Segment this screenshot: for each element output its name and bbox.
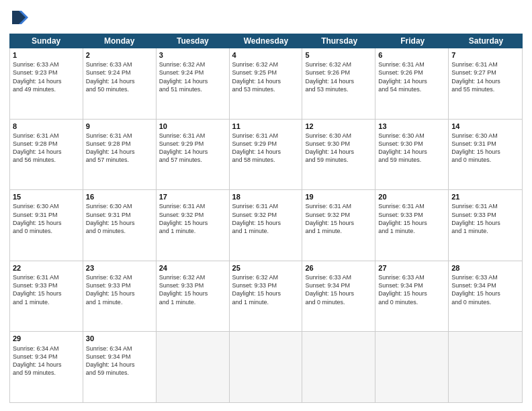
day-info: Sunrise: 6:30 AM Sunset: 9:30 PM Dayligh… [378,132,445,165]
calendar-cell: 21Sunrise: 6:31 AM Sunset: 9:33 PM Dayli… [449,190,522,261]
day-info: Sunrise: 6:33 AM Sunset: 9:34 PM Dayligh… [305,273,372,306]
day-number: 15 [13,192,80,201]
day-number: 26 [305,263,372,273]
calendar-cell [375,332,449,402]
calendar-cell: 6Sunrise: 6:31 AM Sunset: 9:26 PM Daylig… [375,48,449,119]
calendar-cell: 29Sunrise: 6:34 AM Sunset: 9:34 PM Dayli… [10,332,83,402]
day-info: Sunrise: 6:31 AM Sunset: 9:28 PM Dayligh… [13,132,80,165]
day-number: 1 [13,50,80,60]
calendar-cell: 1Sunrise: 6:33 AM Sunset: 9:23 PM Daylig… [10,48,83,119]
calendar-cell: 12Sunrise: 6:30 AM Sunset: 9:30 PM Dayli… [302,120,375,190]
calendar-header: SundayMondayTuesdayWednesdayThursdayFrid… [9,34,523,48]
day-number: 22 [13,263,80,273]
day-number: 13 [378,122,445,131]
calendar-cell: 3Sunrise: 6:32 AM Sunset: 9:24 PM Daylig… [157,48,230,119]
calendar-cell: 20Sunrise: 6:31 AM Sunset: 9:33 PM Dayli… [375,190,449,261]
day-number: 9 [86,122,153,131]
day-info: Sunrise: 6:31 AM Sunset: 9:27 PM Dayligh… [451,60,519,93]
day-number: 19 [305,192,372,201]
day-info: Sunrise: 6:30 AM Sunset: 9:31 PM Dayligh… [13,202,80,235]
calendar-cell: 28Sunrise: 6:33 AM Sunset: 9:34 PM Dayli… [449,261,522,332]
day-number: 11 [232,122,300,131]
calendar-header-cell: Sunday [9,34,83,48]
day-number: 28 [451,263,519,273]
calendar-cell: 18Sunrise: 6:31 AM Sunset: 9:32 PM Dayli… [230,190,303,261]
day-info: Sunrise: 6:30 AM Sunset: 9:31 PM Dayligh… [86,202,153,235]
calendar-cell: 8Sunrise: 6:31 AM Sunset: 9:28 PM Daylig… [10,120,83,190]
day-info: Sunrise: 6:31 AM Sunset: 9:33 PM Dayligh… [378,202,445,235]
day-number: 25 [232,263,300,273]
calendar-header-cell: Monday [83,34,156,48]
day-info: Sunrise: 6:30 AM Sunset: 9:30 PM Dayligh… [305,132,372,165]
day-info: Sunrise: 6:34 AM Sunset: 9:34 PM Dayligh… [86,345,153,377]
calendar-cell: 22Sunrise: 6:31 AM Sunset: 9:33 PM Dayli… [10,261,83,332]
day-number: 6 [378,50,445,60]
day-number: 2 [86,50,153,60]
calendar-cell [449,332,522,402]
header [9,8,523,28]
day-info: Sunrise: 6:33 AM Sunset: 9:34 PM Dayligh… [378,273,445,306]
day-number: 24 [159,263,226,273]
day-number: 16 [86,192,153,201]
page: SundayMondayTuesdayWednesdayThursdayFrid… [0,0,532,411]
day-info: Sunrise: 6:32 AM Sunset: 9:26 PM Dayligh… [305,60,372,93]
logo-icon [9,8,30,28]
calendar-cell: 15Sunrise: 6:30 AM Sunset: 9:31 PM Dayli… [10,190,83,261]
day-number: 17 [159,192,226,201]
day-number: 3 [159,50,226,60]
day-number: 5 [305,50,372,60]
day-info: Sunrise: 6:31 AM Sunset: 9:29 PM Dayligh… [232,132,300,165]
day-number: 8 [13,122,80,131]
day-info: Sunrise: 6:32 AM Sunset: 9:25 PM Dayligh… [232,60,300,93]
day-number: 14 [451,122,519,131]
day-info: Sunrise: 6:31 AM Sunset: 9:32 PM Dayligh… [232,202,300,235]
calendar-header-cell: Thursday [303,34,376,48]
calendar-cell: 4Sunrise: 6:32 AM Sunset: 9:25 PM Daylig… [230,48,303,119]
calendar-cell: 24Sunrise: 6:32 AM Sunset: 9:33 PM Dayli… [157,261,230,332]
calendar-cell: 23Sunrise: 6:32 AM Sunset: 9:33 PM Dayli… [83,261,157,332]
calendar-body: 1Sunrise: 6:33 AM Sunset: 9:23 PM Daylig… [9,48,523,403]
calendar-header-cell: Wednesday [229,34,302,48]
day-info: Sunrise: 6:31 AM Sunset: 9:32 PM Dayligh… [305,202,372,235]
calendar-header-cell: Saturday [449,34,523,48]
day-info: Sunrise: 6:31 AM Sunset: 9:28 PM Dayligh… [86,132,153,165]
logo [9,8,32,28]
day-info: Sunrise: 6:33 AM Sunset: 9:23 PM Dayligh… [13,60,80,93]
day-number: 12 [305,122,372,131]
calendar-cell: 7Sunrise: 6:31 AM Sunset: 9:27 PM Daylig… [449,48,522,119]
calendar-cell: 2Sunrise: 6:33 AM Sunset: 9:24 PM Daylig… [83,48,157,119]
day-number: 21 [451,192,519,201]
day-info: Sunrise: 6:31 AM Sunset: 9:32 PM Dayligh… [159,202,226,235]
calendar-row: 8Sunrise: 6:31 AM Sunset: 9:28 PM Daylig… [10,120,522,191]
calendar: SundayMondayTuesdayWednesdayThursdayFrid… [9,34,523,403]
day-number: 7 [451,50,519,60]
day-info: Sunrise: 6:32 AM Sunset: 9:33 PM Dayligh… [232,273,300,306]
calendar-row: 1Sunrise: 6:33 AM Sunset: 9:23 PM Daylig… [10,48,522,120]
day-number: 10 [159,122,226,131]
calendar-cell [302,332,375,402]
day-info: Sunrise: 6:32 AM Sunset: 9:24 PM Dayligh… [159,60,226,93]
day-number: 27 [378,263,445,273]
day-info: Sunrise: 6:31 AM Sunset: 9:33 PM Dayligh… [13,273,80,306]
day-number: 23 [86,263,153,273]
calendar-cell: 14Sunrise: 6:30 AM Sunset: 9:31 PM Dayli… [449,120,522,190]
calendar-cell [157,332,230,402]
calendar-row: 29Sunrise: 6:34 AM Sunset: 9:34 PM Dayli… [10,332,522,402]
calendar-cell: 5Sunrise: 6:32 AM Sunset: 9:26 PM Daylig… [302,48,375,119]
calendar-cell: 19Sunrise: 6:31 AM Sunset: 9:32 PM Dayli… [302,190,375,261]
day-number: 18 [232,192,300,201]
calendar-cell: 10Sunrise: 6:31 AM Sunset: 9:29 PM Dayli… [157,120,230,190]
day-info: Sunrise: 6:30 AM Sunset: 9:31 PM Dayligh… [451,132,519,165]
day-info: Sunrise: 6:33 AM Sunset: 9:34 PM Dayligh… [451,273,519,306]
day-info: Sunrise: 6:32 AM Sunset: 9:33 PM Dayligh… [159,273,226,306]
calendar-cell [230,332,303,402]
calendar-cell: 9Sunrise: 6:31 AM Sunset: 9:28 PM Daylig… [83,120,157,190]
day-number: 30 [86,334,153,343]
calendar-row: 22Sunrise: 6:31 AM Sunset: 9:33 PM Dayli… [10,261,522,332]
day-info: Sunrise: 6:33 AM Sunset: 9:24 PM Dayligh… [86,60,153,93]
calendar-cell: 30Sunrise: 6:34 AM Sunset: 9:34 PM Dayli… [83,332,157,402]
calendar-cell: 26Sunrise: 6:33 AM Sunset: 9:34 PM Dayli… [302,261,375,332]
day-number: 4 [232,50,300,60]
calendar-cell: 17Sunrise: 6:31 AM Sunset: 9:32 PM Dayli… [157,190,230,261]
day-info: Sunrise: 6:31 AM Sunset: 9:33 PM Dayligh… [451,202,519,235]
